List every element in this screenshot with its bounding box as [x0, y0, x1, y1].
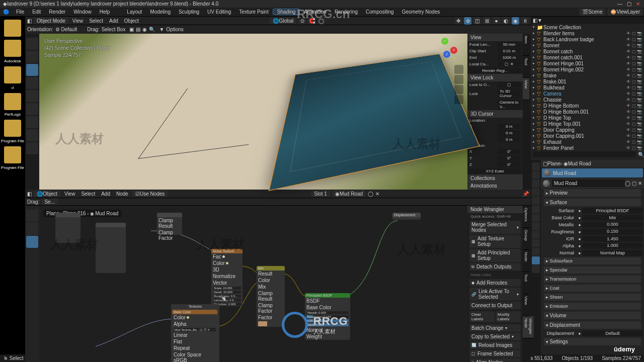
- pin-icon[interactable]: 📌: [523, 191, 529, 197]
- cursor-x[interactable]: 0 m: [498, 124, 521, 129]
- sh-annotate-tool[interactable]: [26, 223, 38, 235]
- vp-btn2[interactable]: ▤: [136, 27, 140, 32]
- nw-btn[interactable]: ▦ Add Principled Setup: [469, 249, 521, 262]
- select-box-dropdown[interactable]: Select Box: [102, 27, 126, 32]
- outliner-item[interactable]: ▸▽Back Landrover badge👁▢📷: [531, 36, 644, 42]
- render-region-button[interactable]: Render Regi...: [469, 68, 521, 73]
- rotate-tool[interactable]: [26, 77, 38, 89]
- vtab-view[interactable]: View: [523, 78, 529, 100]
- nw-btn[interactable]: Connect to Output: [469, 302, 521, 309]
- ptab-physics[interactable]: [532, 231, 540, 239]
- outliner-item[interactable]: ▸▽Bonnet Hinge.001👁▢📷: [531, 60, 644, 66]
- vtab[interactable]: View: [523, 294, 529, 316]
- shading-solid-icon[interactable]: ●: [493, 17, 500, 25]
- vtab[interactable]: Group: [523, 228, 529, 250]
- sec-transmission[interactable]: ▸ Transmission: [544, 276, 641, 283]
- cursor-ry[interactable]: 0°: [498, 155, 521, 161]
- outliner-item[interactable]: ▸▽Brake👁▢📷: [531, 72, 644, 78]
- lock-3dcursor[interactable]: To 3D Cursor: [498, 88, 521, 99]
- material-field[interactable]: ◉ Mud Road: [332, 191, 366, 197]
- shader-type-dropdown[interactable]: 🌐 Object: [34, 191, 60, 197]
- menu-edit[interactable]: Edit: [28, 9, 45, 15]
- search-icon[interactable]: 🔍: [638, 152, 644, 157]
- pan-icon[interactable]: [454, 75, 463, 84]
- sec-specular[interactable]: ▸ Specular: [544, 266, 641, 274]
- workspace-sculpting[interactable]: Sculpting: [175, 9, 203, 15]
- options-dropdown[interactable]: Options: [166, 27, 183, 32]
- menu-help[interactable]: Help: [96, 9, 114, 15]
- panel-view[interactable]: View: [467, 34, 523, 41]
- localcam-field[interactable]: ▢ ✕: [498, 61, 521, 67]
- minimize-button[interactable]: —: [617, 1, 623, 7]
- sec-preview[interactable]: ▸ Preview: [544, 189, 641, 197]
- outliner-item[interactable]: ▸▽Fender Panel👁▢📷: [531, 145, 644, 151]
- sh-links-tool[interactable]: [26, 236, 38, 248]
- clipend-field[interactable]: 1000 m: [498, 55, 521, 60]
- addcube-tool[interactable]: [26, 142, 38, 154]
- sec-displacement[interactable]: ▾ Displacement: [544, 321, 641, 329]
- shader-canvas[interactable]: Plane › Plane.016 › ◉ Mud Road Clamp Res…: [25, 206, 531, 362]
- workspace-animation[interactable]: Animation: [300, 9, 330, 15]
- node-generic[interactable]: [96, 223, 126, 273]
- panel-annotations[interactable]: Annotations: [467, 182, 523, 190]
- mat-del-icon[interactable]: ✕: [375, 191, 379, 197]
- outliner-item[interactable]: ▸▽Door Capping👁▢📷: [531, 127, 644, 133]
- basecolor-dropdown[interactable]: Mix: [582, 215, 643, 221]
- outliner-item[interactable]: ▸▽Bonnet catch.001👁▢📷: [531, 54, 644, 60]
- vp-menu-add[interactable]: Add: [107, 18, 120, 24]
- nw-btn[interactable]: ▦ Add Texture Setup: [469, 235, 521, 248]
- ptab-material[interactable]: [532, 256, 540, 264]
- zoom-icon[interactable]: [454, 65, 463, 74]
- nw-copy-dropdown[interactable]: Copy to Selected ▾: [469, 333, 521, 340]
- workspace-texpaint[interactable]: Texture Paint: [235, 9, 272, 15]
- lockto-field[interactable]: ▢: [498, 82, 521, 87]
- viewlayer-field[interactable]: 🧅 ViewLayer: [607, 9, 643, 16]
- xray-icon[interactable]: ◫: [473, 17, 481, 25]
- ptab-viewlayer[interactable]: [532, 179, 540, 188]
- pause-render-icon[interactable]: ⏸: [521, 17, 529, 25]
- node-clamp[interactable]: Clamp ResultClamp Factor: [157, 213, 182, 235]
- ptab-world[interactable]: [532, 197, 540, 205]
- nw-modify-labels[interactable]: Modify Labels: [496, 311, 521, 322]
- menu-file[interactable]: File: [12, 9, 28, 15]
- panel-viewlock[interactable]: View Lock: [467, 74, 523, 81]
- scale-tool[interactable]: [26, 90, 38, 102]
- orientation-dropdown[interactable]: 🌐 Global: [270, 18, 296, 24]
- vp-menu-select[interactable]: Select: [87, 18, 105, 24]
- sec-coat[interactable]: ▸ Coat: [544, 285, 641, 292]
- node-mix[interactable]: Mix Result Color Mix Clamp Result Clamp …: [257, 266, 285, 327]
- sh-menu-view[interactable]: View: [62, 191, 77, 197]
- vtab[interactable]: Tool: [523, 272, 529, 294]
- sh-menu-add[interactable]: Add: [99, 191, 112, 197]
- vp-menu-view[interactable]: View: [70, 18, 86, 24]
- vtab-item[interactable]: Item: [523, 34, 529, 56]
- overlays-toggle[interactable]: ⊕: [464, 17, 471, 25]
- shading-rendered-icon[interactable]: ◉: [512, 17, 519, 25]
- workspace-rendering[interactable]: Rendering: [331, 9, 362, 15]
- node-noise-texture[interactable]: Noise Texture Fac Color 3D Normalize Vec…: [211, 249, 243, 306]
- material-name-field[interactable]: Mud Road: [552, 179, 625, 187]
- metallic-slider[interactable]: 0.000: [582, 222, 643, 228]
- folder-icon[interactable]: [4, 93, 21, 110]
- nw-btn[interactable]: ▢ Frame Selected: [469, 350, 521, 357]
- outliner-type-icon[interactable]: ◧: [533, 18, 537, 23]
- ptab-particles[interactable]: [532, 222, 540, 230]
- focal-field[interactable]: 50 mm: [498, 42, 521, 47]
- nw-batch-dropdown[interactable]: Batch Change ▾: [469, 324, 521, 332]
- mode-dropdown[interactable]: Object Mode: [34, 18, 68, 24]
- nav-gizmo[interactable]: X Y Z: [435, 40, 455, 60]
- node-textures-frame[interactable]: Textures Base Color Color Alpha Mud Text…: [171, 304, 219, 362]
- sh-select-box[interactable]: Se...: [41, 199, 58, 205]
- ior-field[interactable]: 1.450: [582, 236, 643, 242]
- cursor-y[interactable]: 0 m: [498, 130, 521, 136]
- vp-menu-object[interactable]: Object: [122, 18, 141, 24]
- sh-menu-node[interactable]: Node: [114, 191, 130, 197]
- lock-camview[interactable]: Camera to V...: [498, 100, 521, 110]
- nw-btn[interactable]: ◆ Add Reroutes: [469, 279, 521, 287]
- vtab[interactable]: Options: [523, 206, 529, 228]
- nw-btn[interactable]: ⧉ Detach Outputs: [469, 263, 521, 270]
- cursor-rx[interactable]: 0°: [498, 149, 521, 154]
- nw-btn[interactable]: ≡ Align Nodes: [469, 358, 521, 362]
- gizmo-toggle[interactable]: ✥: [454, 17, 462, 25]
- workspace-shading[interactable]: Shading: [273, 9, 300, 15]
